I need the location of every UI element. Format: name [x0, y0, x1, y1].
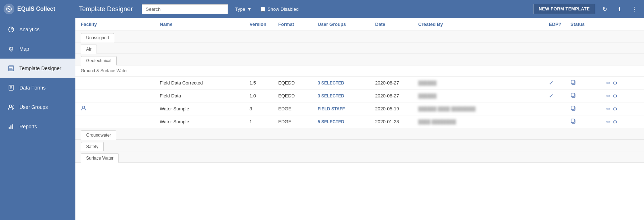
col-version: Version: [249, 22, 278, 27]
svg-rect-24: [571, 119, 574, 123]
sidebar-item-map-label: Map: [19, 46, 29, 52]
tab-groundwater[interactable]: Groundwater: [81, 130, 116, 140]
copy-icon-3[interactable]: [570, 105, 606, 112]
sidebar-item-template-designer[interactable]: Template Designer: [0, 59, 75, 78]
date-cell-2: 2020-08-27: [375, 93, 418, 98]
edit-icon-3[interactable]: ✏: [606, 106, 611, 112]
col-actions: [606, 22, 639, 27]
info-button[interactable]: ℹ: [614, 3, 625, 15]
col-facility: Facility: [81, 22, 160, 27]
sidebar-item-analytics[interactable]: Analytics: [0, 20, 75, 39]
logo-area: EQuIS Collect: [4, 4, 75, 14]
created-by-cell-2: ██████: [418, 93, 549, 98]
col-edp: EDP?: [549, 22, 570, 27]
name-cell-1: Field Data Corrected: [160, 80, 249, 86]
table-row: Field Data 1.0 EQEDD 3 SELECTED 2020-08-…: [75, 90, 644, 102]
search-input[interactable]: [142, 4, 228, 14]
row-actions-1: ✏ ⚙: [606, 80, 639, 86]
settings-icon-1[interactable]: ⚙: [613, 80, 617, 86]
tab-air[interactable]: Air: [81, 45, 97, 54]
svg-point-11: [9, 105, 11, 107]
name-cell-2: Field Data: [160, 93, 249, 98]
settings-icon-2[interactable]: ⚙: [613, 93, 617, 99]
sidebar: Analytics Map: [0, 18, 75, 220]
date-cell-1: 2020-08-27: [375, 80, 418, 86]
col-status: Status: [570, 22, 606, 27]
geotechnical-tab-row: Geotechnical: [75, 54, 644, 65]
type-dropdown[interactable]: Type ▼: [235, 6, 252, 12]
svg-point-12: [12, 105, 13, 106]
version-cell-4: 1: [249, 119, 278, 124]
content-area: Facility Name Version Format User Groups…: [75, 18, 644, 220]
settings-icon-4[interactable]: ⚙: [613, 119, 617, 125]
user-groups-icon: [7, 103, 15, 111]
version-cell-1: 1.5: [249, 80, 278, 86]
svg-rect-6: [9, 69, 13, 70]
sidebar-item-map[interactable]: Map: [0, 39, 75, 59]
refresh-icon: ↻: [602, 6, 607, 13]
tab-unassigned[interactable]: Unassigned: [81, 33, 114, 42]
more-options-icon: ⋮: [632, 6, 638, 13]
type-label: Type: [235, 6, 245, 12]
date-cell-3: 2020-05-19: [375, 106, 418, 111]
table-row: Water Sample 3 EDGE FIELD STAFF 2020-05-…: [75, 102, 644, 115]
svg-rect-19: [571, 93, 574, 97]
show-disabled-label: Show Disabled: [267, 6, 299, 12]
groundwater-tab-row: Groundwater: [75, 128, 644, 140]
refresh-button[interactable]: ↻: [599, 3, 610, 15]
more-options-button[interactable]: ⋮: [629, 3, 640, 15]
edit-icon-1[interactable]: ✏: [606, 80, 611, 86]
ground-surface-water-label: Ground & Surface Water: [75, 65, 644, 77]
person-icon: [81, 105, 87, 112]
sidebar-item-data-forms-label: Data Forms: [19, 85, 46, 91]
check-icon-1: ✓: [549, 79, 570, 86]
version-cell-3: 3: [249, 106, 278, 111]
svg-rect-17: [571, 80, 574, 84]
created-by-cell-3: ██████ ████ ████████: [418, 106, 549, 111]
dropdown-arrow-icon: ▼: [247, 6, 252, 12]
sidebar-item-user-groups[interactable]: User Groups: [0, 97, 75, 117]
format-cell-2: EQEDD: [278, 93, 318, 98]
created-by-cell-1: ██████: [418, 81, 549, 86]
tab-safety[interactable]: Safety: [81, 142, 104, 151]
svg-rect-14: [10, 125, 11, 129]
new-form-template-button[interactable]: NEW FORM TEMPLATE: [533, 4, 595, 14]
copy-icon-4[interactable]: [570, 118, 606, 125]
sidebar-item-data-forms[interactable]: Data Forms: [0, 78, 75, 97]
col-created-by: Created By: [418, 22, 549, 27]
analytics-icon: [7, 26, 15, 33]
tab-geotechnical[interactable]: Geotechnical: [81, 56, 117, 65]
settings-icon-3[interactable]: ⚙: [613, 106, 617, 112]
check-icon-2: ✓: [549, 92, 570, 99]
format-cell-3: EDGE: [278, 106, 318, 111]
info-icon: ℹ: [619, 6, 621, 13]
version-cell-2: 1.0: [249, 93, 278, 98]
user-groups-cell-3: FIELD STAFF: [318, 106, 375, 111]
sidebar-item-template-designer-label: Template Designer: [19, 65, 61, 71]
sidebar-item-reports[interactable]: Reports: [0, 117, 75, 136]
col-format: Format: [278, 22, 318, 27]
tab-surface-water[interactable]: Surface Water: [81, 153, 119, 163]
edit-icon-2[interactable]: ✏: [606, 93, 611, 99]
table-header: Facility Name Version Format User Groups…: [75, 18, 644, 31]
user-groups-cell-1: 3 SELECTED: [318, 81, 375, 86]
col-date: Date: [375, 22, 418, 27]
copy-icon-2[interactable]: [570, 92, 606, 99]
created-by-cell-4: ████ ████████: [418, 119, 549, 124]
air-tab-row: Air: [75, 42, 644, 54]
table-row: Water Sample 1 EDGE 5 SELECTED 2020-01-2…: [75, 115, 644, 128]
unassigned-tab-row: Unassigned: [75, 31, 644, 42]
data-forms-icon: [7, 84, 15, 92]
row-actions-2: ✏ ⚙: [606, 93, 639, 99]
copy-icon-1[interactable]: [570, 79, 606, 86]
user-groups-cell-2: 3 SELECTED: [318, 93, 375, 98]
show-disabled-checkbox[interactable]: [261, 7, 265, 12]
edit-icon-4[interactable]: ✏: [606, 119, 611, 125]
user-groups-cell-4: 5 SELECTED: [318, 119, 375, 124]
app-logo-icon: [4, 4, 14, 14]
format-cell-4: EDGE: [278, 119, 318, 124]
svg-rect-15: [12, 124, 13, 129]
svg-rect-4: [9, 67, 13, 67]
app-title: EQuIS Collect: [17, 6, 55, 12]
svg-rect-22: [571, 106, 574, 110]
